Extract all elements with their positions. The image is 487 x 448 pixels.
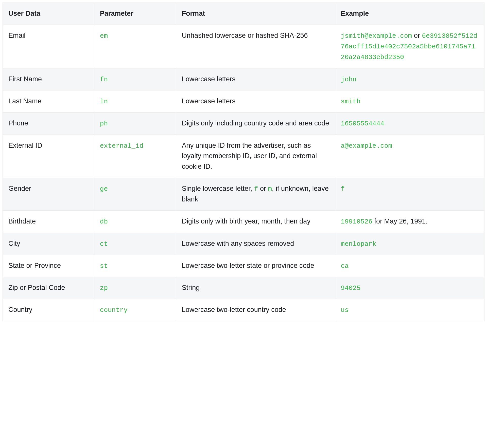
format-text: Unhashed lowercase or hashed SHA-256 <box>182 32 308 39</box>
cell-example: a@example.com <box>335 135 484 178</box>
cell-parameter: em <box>94 25 176 68</box>
cell-example: us <box>335 299 484 321</box>
cell-parameter: external_id <box>94 135 176 178</box>
col-header-user-data: User Data <box>3 3 94 25</box>
cell-example: 19910526 for May 26, 1991. <box>335 211 484 233</box>
cell-user-data: Last Name <box>3 90 94 113</box>
table-row: State or Province st Lowercase two-lette… <box>3 255 484 277</box>
format-text: Lowercase letters <box>182 97 236 105</box>
col-header-format: Format <box>176 3 335 25</box>
cell-format: String <box>176 277 335 299</box>
example-code: 19910526 <box>341 218 372 226</box>
cell-parameter: ph <box>94 113 176 135</box>
param-code: ge <box>100 185 108 193</box>
param-code: st <box>100 262 108 270</box>
table-row: Email em Unhashed lowercase or hashed SH… <box>3 25 484 68</box>
cell-parameter: ge <box>94 178 176 211</box>
cell-user-data: State or Province <box>3 255 94 277</box>
example-suffix: for May 26, 1991. <box>372 217 428 225</box>
cell-example: smith <box>335 90 484 113</box>
example-sep: or <box>412 32 422 39</box>
example-code: smith <box>341 98 360 105</box>
example-code: us <box>341 306 349 314</box>
cell-parameter: db <box>94 211 176 233</box>
cell-user-data: Country <box>3 299 94 321</box>
param-code: em <box>100 32 108 40</box>
param-code: ln <box>100 98 108 105</box>
format-text: Lowercase two-letter country code <box>182 306 286 313</box>
cell-format: Digits only including country code and a… <box>176 113 335 135</box>
example-code: john <box>341 76 356 83</box>
format-text: Digits only including country code and a… <box>182 119 329 127</box>
format-text: Single lowercase letter, <box>182 185 254 192</box>
table-row: External ID external_id Any unique ID fr… <box>3 135 484 178</box>
cell-parameter: country <box>94 299 176 321</box>
format-text: Digits only with birth year, month, then… <box>182 217 310 225</box>
cell-format: Any unique ID from the advertiser, such … <box>176 135 335 178</box>
table-row: Birthdate db Digits only with birth year… <box>3 211 484 233</box>
cell-user-data: City <box>3 233 94 255</box>
cell-parameter: fn <box>94 68 176 90</box>
cell-example: 94025 <box>335 277 484 299</box>
format-text: Lowercase with any spaces removed <box>182 240 294 247</box>
col-header-parameter: Parameter <box>94 3 176 25</box>
format-code: m <box>268 185 272 193</box>
table-row: Country country Lowercase two-letter cou… <box>3 299 484 321</box>
cell-user-data: Phone <box>3 113 94 135</box>
cell-user-data: First Name <box>3 68 94 90</box>
table-row: Zip or Postal Code zp String 94025 <box>3 277 484 299</box>
example-code: jsmith@example.com <box>341 32 412 40</box>
example-code: menlopark <box>341 240 376 248</box>
param-code: external_id <box>100 142 144 150</box>
cell-user-data: External ID <box>3 135 94 178</box>
cell-parameter: st <box>94 255 176 277</box>
format-text: or <box>258 185 268 192</box>
format-code: f <box>254 185 258 193</box>
table-header-row: User Data Parameter Format Example <box>3 3 484 25</box>
table-row: First Name fn Lowercase letters john <box>3 68 484 90</box>
example-code: a@example.com <box>341 142 392 150</box>
cell-parameter: ln <box>94 90 176 113</box>
cell-format: Lowercase two-letter country code <box>176 299 335 321</box>
cell-parameter: ct <box>94 233 176 255</box>
format-text: Lowercase letters <box>182 75 236 83</box>
user-data-table: User Data Parameter Format Example Email… <box>3 3 484 321</box>
cell-user-data: Email <box>3 25 94 68</box>
example-code: 94025 <box>341 284 360 292</box>
col-header-example: Example <box>335 3 484 25</box>
example-code: 16505554444 <box>341 120 384 127</box>
table-row: Phone ph Digits only including country c… <box>3 113 484 135</box>
cell-format: Lowercase letters <box>176 90 335 113</box>
table-row: City ct Lowercase with any spaces remove… <box>3 233 484 255</box>
param-code: ph <box>100 120 108 127</box>
param-code: country <box>100 306 128 314</box>
example-code: f <box>341 185 345 193</box>
cell-example: ca <box>335 255 484 277</box>
table-row: Gender ge Single lowercase letter, f or … <box>3 178 484 211</box>
cell-format: Lowercase with any spaces removed <box>176 233 335 255</box>
cell-format: Lowercase two-letter state or province c… <box>176 255 335 277</box>
cell-format: Digits only with birth year, month, then… <box>176 211 335 233</box>
format-text: Any unique ID from the advertiser, such … <box>182 142 317 171</box>
format-text: String <box>182 284 200 291</box>
example-code: ca <box>341 262 349 270</box>
cell-user-data: Gender <box>3 178 94 211</box>
cell-user-data: Zip or Postal Code <box>3 277 94 299</box>
param-code: zp <box>100 284 108 292</box>
cell-example: john <box>335 68 484 90</box>
cell-example: jsmith@example.com or 6e3913852f512d76ac… <box>335 25 484 68</box>
cell-format: Lowercase letters <box>176 68 335 90</box>
param-code: db <box>100 218 108 226</box>
param-code: ct <box>100 240 108 248</box>
cell-example: 16505554444 <box>335 113 484 135</box>
param-code: fn <box>100 76 108 83</box>
cell-example: menlopark <box>335 233 484 255</box>
format-text: Lowercase two-letter state or province c… <box>182 262 314 269</box>
cell-format: Single lowercase letter, f or m, if unkn… <box>176 178 335 211</box>
cell-parameter: zp <box>94 277 176 299</box>
cell-user-data: Birthdate <box>3 211 94 233</box>
table-row: Last Name ln Lowercase letters smith <box>3 90 484 113</box>
cell-example: f <box>335 178 484 211</box>
cell-format: Unhashed lowercase or hashed SHA-256 <box>176 25 335 68</box>
